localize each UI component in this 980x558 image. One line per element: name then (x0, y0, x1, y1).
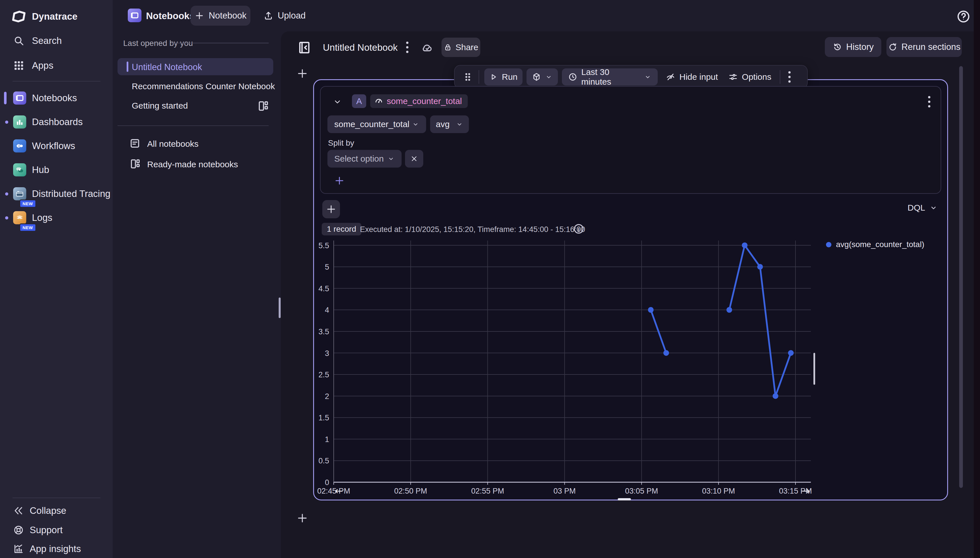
collapse-input-chevron-icon[interactable] (333, 97, 342, 106)
cloud-sync-icon (420, 42, 433, 54)
chevron-down-icon (545, 73, 552, 80)
metric-pill[interactable]: some_counter_total (370, 94, 468, 108)
nav-label-workflows: Workflows (32, 141, 75, 151)
aggregation-select[interactable]: avg (430, 115, 469, 133)
app-window: Dynatrace Search Cmd K Apps Notebooks (0, 0, 980, 558)
sidebar-footer-divider (13, 497, 100, 498)
record-count-badge: 1 record (322, 223, 361, 235)
support-lifebuoy-icon (13, 525, 24, 535)
svg-text:1: 1 (325, 435, 329, 444)
history-label: History (846, 42, 874, 52)
aggregation-select-value: avg (436, 120, 450, 129)
sidebar-item-hub[interactable]: Hub (0, 158, 113, 182)
help-icon[interactable] (956, 9, 971, 24)
collapse-panel-icon[interactable] (296, 40, 312, 55)
run-button[interactable]: Run (484, 68, 522, 85)
hide-input-button[interactable]: Hide input (666, 72, 718, 82)
timeframe-label: Last 30 minutes (581, 67, 640, 87)
add-section-above-button[interactable] (296, 68, 308, 79)
new-badge: NEW (20, 223, 36, 232)
plus-icon (194, 11, 204, 21)
logo-label: Dynatrace (32, 11, 77, 22)
chevron-down-icon (412, 121, 419, 128)
sidebar-item-search[interactable]: Search Cmd K (0, 29, 113, 53)
rerun-sections-label: Rerun sections (902, 42, 960, 52)
sidebar-item-app-insights[interactable]: App insights (0, 540, 113, 558)
svg-text:03:05 PM: 03:05 PM (625, 487, 658, 495)
nav-label-hub: Hub (32, 164, 49, 175)
visualization-select[interactable] (527, 68, 558, 85)
all-notebooks-item[interactable]: All notebooks (117, 135, 273, 153)
dynatrace-logo-icon (12, 10, 26, 23)
collapse-label: Collapse (30, 505, 66, 516)
chevron-down-icon (456, 121, 463, 128)
cell-input-section: A some_counter_total some_counter_total … (320, 86, 941, 194)
notebook-title: Untitled Notebook (323, 42, 398, 53)
document-icon (129, 137, 141, 149)
logo-item[interactable]: Dynatrace (0, 5, 113, 28)
window-edge-strip (974, 0, 980, 558)
sidebar-item-notebooks[interactable]: Notebooks (0, 86, 113, 110)
timeseries-chart[interactable]: 00.511.522.533.544.555.502:45 PM02:50 PM… (314, 236, 824, 502)
drag-grip-icon[interactable] (462, 71, 473, 83)
remove-split-button[interactable] (405, 150, 423, 167)
metric-select[interactable]: some_counter_total (328, 115, 426, 133)
history-button[interactable]: History (825, 37, 881, 57)
panel-divider (117, 125, 268, 126)
toolbar-kebab-icon[interactable] (787, 69, 792, 84)
svg-text:03 PM: 03 PM (553, 487, 576, 495)
rerun-icon (888, 42, 898, 52)
sidebar-item-distributed-tracing[interactable]: NEW Distributed Tracing (0, 182, 113, 206)
sidebar-item-apps[interactable]: Apps (0, 54, 113, 77)
chart-horizontal-scrollbar-thumb[interactable] (618, 498, 631, 501)
notification-dot (5, 216, 8, 220)
options-button[interactable]: Options (728, 72, 771, 82)
metric-pill-label: some_counter_total (387, 96, 462, 106)
svg-text:2: 2 (325, 392, 329, 401)
toolbar-divider (780, 70, 780, 84)
sidebar-item-logs[interactable]: NEW Logs (0, 206, 113, 230)
add-section-below-button[interactable] (296, 512, 308, 524)
dql-toggle[interactable]: DQL (908, 203, 938, 213)
timeframe-select[interactable]: Last 30 minutes (562, 68, 658, 85)
split-by-select[interactable]: Select option (328, 150, 402, 167)
sidebar-item-dashboards[interactable]: Dashboards (0, 110, 113, 134)
chart-legend[interactable]: avg(some_counter_total) (826, 240, 924, 249)
cell-kebab-icon[interactable] (924, 96, 935, 107)
section-letter-badge: A (352, 94, 366, 108)
info-icon[interactable] (573, 223, 585, 235)
sidebar-item-workflows[interactable]: Workflows (0, 134, 113, 158)
recent-notebook-item[interactable]: Recommendations Counter Notebook (117, 77, 273, 95)
ready-made-icon (129, 158, 141, 170)
gauge-icon (374, 97, 383, 106)
add-metric-button[interactable] (334, 176, 344, 186)
dashboards-app-icon (13, 115, 26, 128)
chart-vertical-scrollbar-thumb[interactable] (814, 353, 815, 385)
new-notebook-button[interactable]: Notebook (191, 6, 250, 26)
split-by-placeholder: Select option (334, 154, 384, 164)
recent-notebook-label: Recommendations Counter Notebook (132, 82, 275, 91)
dql-label: DQL (908, 203, 925, 213)
notebook-menu-kebab-icon[interactable] (402, 41, 413, 54)
svg-text:←: ← (335, 485, 343, 496)
add-query-button[interactable] (322, 200, 340, 218)
legend-series-dot (826, 242, 832, 247)
panel-resize-handle[interactable] (278, 297, 281, 318)
sidebar-item-support[interactable]: Support (0, 520, 113, 540)
recent-notebook-item-selected[interactable]: Untitled Notebook (117, 58, 273, 75)
upload-button[interactable]: Upload (260, 6, 310, 26)
panel-section-divider (171, 43, 268, 43)
sidebar-item-collapse[interactable]: Collapse (0, 501, 113, 520)
cube-icon (532, 72, 541, 82)
main-scrollbar-thumb[interactable] (959, 66, 963, 488)
collapse-double-chevron-icon (13, 505, 24, 516)
apps-label: Apps (32, 60, 53, 71)
recent-notebook-item[interactable]: Getting started (117, 97, 273, 114)
share-button[interactable]: Share (441, 38, 480, 57)
rerun-sections-button[interactable]: Rerun sections (886, 37, 962, 57)
close-icon (410, 155, 418, 163)
ready-made-notebooks-item[interactable]: Ready-made notebooks (117, 155, 273, 173)
sliders-icon (728, 72, 738, 82)
plus-icon (326, 204, 336, 214)
hide-input-label: Hide input (679, 72, 718, 82)
